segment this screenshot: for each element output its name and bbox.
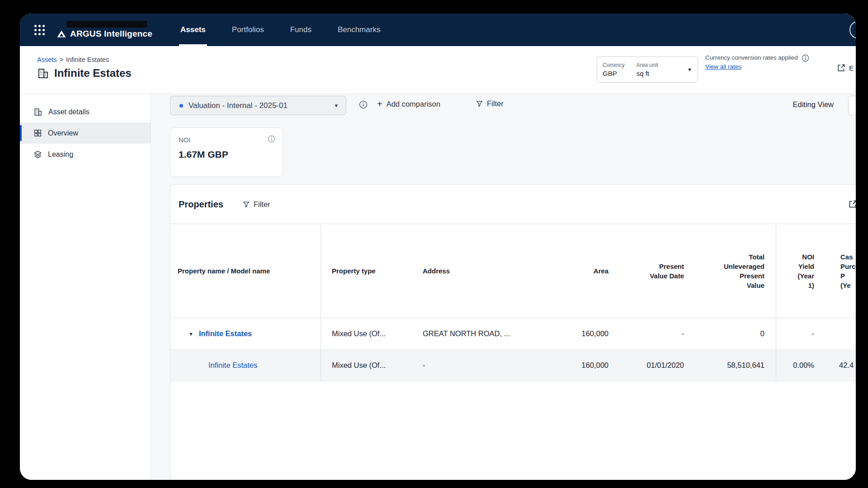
cell-total-upv: 0 bbox=[691, 318, 776, 349]
cell-cash bbox=[820, 318, 856, 349]
export-button[interactable]: E bbox=[836, 63, 854, 73]
editing-view-label: Editing View bbox=[793, 100, 834, 109]
sidebar-item-label: Overview bbox=[48, 129, 78, 137]
col-property-name: Property name / Model name bbox=[170, 224, 321, 318]
properties-card: Properties Filter bbox=[170, 184, 856, 480]
page-title: Infinite Estates bbox=[54, 67, 132, 80]
col-address: Address bbox=[417, 224, 532, 318]
add-comparison-button[interactable]: + Add comparison bbox=[377, 99, 440, 108]
sidebar: Asset details Overview Leas bbox=[20, 94, 151, 480]
tab-funds[interactable]: Funds bbox=[290, 14, 311, 46]
breadcrumb-separator: > bbox=[60, 56, 63, 63]
user-avatar[interactable] bbox=[849, 21, 856, 39]
plus-icon: + bbox=[377, 99, 382, 108]
app-window: ARGUS Intelligence Assets Portfolios Fun… bbox=[20, 14, 856, 480]
conversion-note: Currency conversion rates applied bbox=[705, 53, 798, 62]
redacted-tenant-label bbox=[66, 21, 147, 28]
asset-details-icon bbox=[33, 108, 42, 117]
view-options-button[interactable] bbox=[848, 96, 856, 115]
layers-icon bbox=[33, 150, 42, 159]
cell-property-type: Mixed Use (Of... bbox=[321, 318, 417, 349]
cell-total-upv: 58,510,641 bbox=[691, 350, 776, 381]
column-divider bbox=[321, 224, 321, 382]
noi-label: NOI bbox=[179, 136, 274, 144]
app-grid-icon[interactable] bbox=[34, 25, 45, 35]
funnel-icon bbox=[242, 201, 250, 208]
sidebar-item-asset-details[interactable]: Asset details bbox=[20, 101, 151, 122]
breadcrumb-assets-link[interactable]: Assets bbox=[37, 56, 57, 63]
add-comparison-label: Add comparison bbox=[387, 100, 440, 108]
cell-noi-yield: 0.00% bbox=[776, 350, 820, 381]
argus-logo-icon bbox=[57, 30, 66, 38]
table-row-child[interactable]: Infinite Estates Mixed Use (Of... - 160,… bbox=[170, 350, 856, 381]
properties-filter-label: Filter bbox=[254, 200, 270, 209]
filter-label: Filter bbox=[487, 99, 504, 108]
col-noi-yield: NOI Yield (Year 1) bbox=[776, 224, 820, 318]
valuation-info-icon[interactable] bbox=[359, 100, 368, 109]
info-icon[interactable] bbox=[802, 54, 809, 62]
properties-export-icon[interactable] bbox=[848, 199, 856, 209]
noi-info-icon[interactable] bbox=[268, 135, 275, 143]
col-total-unleveraged-present-value: Total Unleveraged Present Value bbox=[691, 224, 776, 318]
table-header-row: Property name / Model name Property type… bbox=[170, 224, 856, 318]
currency-label: Currency bbox=[603, 62, 625, 68]
sidebar-item-leasing[interactable]: Leasing bbox=[20, 144, 151, 165]
col-present-value-date: Present Value Date bbox=[616, 224, 691, 318]
cell-address: - bbox=[417, 350, 532, 381]
area-unit-label: Area unit bbox=[637, 62, 658, 68]
chevron-down-icon: ▼ bbox=[687, 67, 692, 72]
overview-icon bbox=[33, 129, 42, 137]
expand-caret-icon[interactable]: ▼ bbox=[170, 331, 193, 337]
cell-property-type: Mixed Use (Of... bbox=[321, 350, 417, 381]
cell-present-value-date: - bbox=[616, 318, 691, 349]
cell-present-value-date: 01/01/2020 bbox=[616, 350, 691, 381]
properties-title: Properties bbox=[179, 199, 223, 210]
sidebar-item-label: Leasing bbox=[48, 150, 73, 159]
properties-table: Property name / Model name Property type… bbox=[170, 224, 856, 381]
cell-cash: 42.4 bbox=[820, 350, 856, 381]
table-row-parent[interactable]: ▼ Infinite Estates Mixed Use (Of... GREA… bbox=[170, 318, 856, 350]
tab-assets[interactable]: Assets bbox=[180, 14, 206, 46]
col-property-type: Property type bbox=[321, 224, 417, 318]
noi-card: NOI 1.67M GBP bbox=[170, 127, 283, 177]
column-divider bbox=[776, 224, 776, 382]
area-unit-value: sq ft bbox=[637, 70, 658, 77]
tab-portfolios[interactable]: Portfolios bbox=[232, 14, 264, 46]
main-content: Valuation - Internal - 2025-01 ▾ + Add c… bbox=[151, 94, 856, 480]
breadcrumb-current: Infinite Estates bbox=[66, 56, 109, 63]
cell-noi-yield: - bbox=[776, 318, 820, 349]
valuation-label: Valuation - Internal - 2025-01 bbox=[189, 101, 288, 110]
currency-value: GBP bbox=[603, 70, 625, 77]
property-model-link[interactable]: Infinite Estates bbox=[170, 361, 257, 370]
currency-area-selector[interactable]: Currency GBP Area unit sq ft ▼ bbox=[597, 56, 698, 83]
col-cash-purchase: Cas Purch P (Ye bbox=[820, 224, 856, 318]
valuation-dropdown[interactable]: Valuation - Internal - 2025-01 ▾ bbox=[170, 96, 346, 115]
breadcrumb: Assets>Infinite Estates bbox=[37, 56, 109, 63]
funnel-icon bbox=[476, 100, 483, 108]
cell-area: 160,000 bbox=[532, 318, 616, 349]
cell-area: 160,000 bbox=[532, 350, 616, 381]
sidebar-item-overview[interactable]: Overview bbox=[20, 122, 151, 144]
tab-benchmarks[interactable]: Benchmarks bbox=[338, 14, 380, 46]
property-link[interactable]: Infinite Estates bbox=[199, 329, 252, 338]
brand-name: ARGUS Intelligence bbox=[70, 29, 152, 39]
top-navbar: ARGUS Intelligence Assets Portfolios Fun… bbox=[20, 14, 856, 46]
export-label: E bbox=[849, 64, 854, 72]
building-icon bbox=[37, 67, 49, 80]
view-all-rates-link[interactable]: View all rates bbox=[705, 63, 741, 70]
properties-filter-button[interactable]: Filter bbox=[242, 200, 270, 209]
sidebar-item-label: Asset details bbox=[48, 108, 90, 116]
export-icon bbox=[836, 63, 846, 73]
noi-value: 1.67M GBP bbox=[179, 149, 274, 160]
page-header: Assets>Infinite Estates Infinite Estates… bbox=[20, 46, 856, 94]
col-area: Area bbox=[532, 224, 616, 318]
cell-address: GREAT NORTH ROAD, ... bbox=[417, 318, 532, 349]
filter-button[interactable]: Filter bbox=[476, 99, 504, 108]
chevron-down-icon: ▾ bbox=[335, 102, 338, 109]
valuation-dot-icon bbox=[179, 104, 183, 108]
nav-tabs: Assets Portfolios Funds Benchmarks bbox=[180, 14, 380, 46]
brand-block: ARGUS Intelligence bbox=[57, 21, 152, 39]
